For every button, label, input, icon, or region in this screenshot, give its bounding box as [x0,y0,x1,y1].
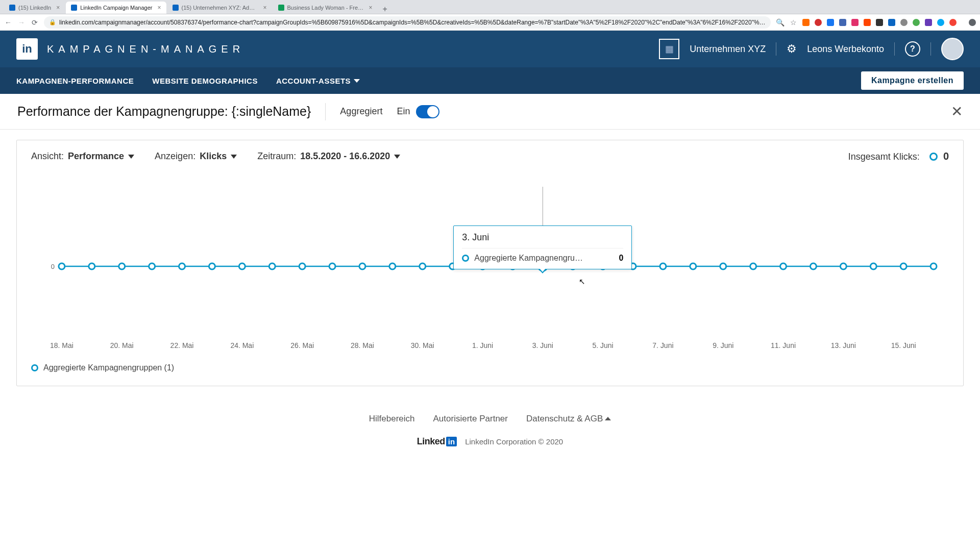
toggle-state-label: Ein [397,106,410,117]
svg-text:13. Juni: 13. Juni [831,341,856,349]
view-filter[interactable]: Ansicht: Performance [31,151,134,162]
chart-legend: Aggregierte Kampagnengruppen (1) [31,363,949,372]
svg-text:1. Juni: 1. Juni [472,341,493,349]
series-dot-icon [462,255,469,262]
svg-point-8 [239,263,245,269]
svg-point-11 [329,263,335,269]
forward-button[interactable]: → [17,18,26,27]
close-icon[interactable]: ✕ [951,103,963,120]
nav-item-assets[interactable]: ACCOUNT-ASSETS [276,77,360,85]
footer-link-help[interactable]: Hilfebereich [369,414,415,424]
svg-point-4 [119,263,125,269]
svg-text:20. Mai: 20. Mai [110,341,134,349]
account-name[interactable]: Leons Werbekonto [807,44,884,55]
chevron-down-icon [231,155,237,159]
close-icon[interactable]: × [158,4,161,11]
create-campaign-button[interactable]: Kampagne erstellen [861,71,964,90]
company-name[interactable]: Unternehmen XYZ [690,44,766,55]
svg-text:9. Juni: 9. Juni [713,341,733,349]
svg-text:15. Juni: 15. Juni [891,341,916,349]
chart-area[interactable]: 018. Mai20. Mai22. Mai24. Mai26. Mai28. … [31,167,949,356]
browser-tab[interactable]: LinkedIn Campaign Manager× [66,2,166,14]
nav-item-demographics[interactable]: WEBSITE DEMOGRAPHICS [152,77,258,85]
legend-series-label: Aggregierte Kampagnengruppen (1) [43,363,174,372]
nav-item-performance[interactable]: KAMPAGNEN-PERFORMANCE [16,77,134,85]
svg-point-29 [870,263,876,269]
footer-link-partners[interactable]: Autorisierte Partner [433,414,508,424]
svg-text:28. Mai: 28. Mai [351,341,374,349]
svg-text:26. Mai: 26. Mai [290,341,314,349]
svg-point-31 [930,263,937,269]
svg-point-12 [359,263,365,269]
series-dot-icon [929,153,938,161]
svg-point-27 [810,263,816,269]
svg-text:3. Juni: 3. Juni [532,341,553,349]
svg-text:11. Juni: 11. Juni [771,341,796,349]
svg-point-28 [840,263,846,269]
svg-point-13 [389,263,396,269]
svg-text:24. Mai: 24. Mai [230,341,254,349]
browser-tab[interactable]: (15) Unternehmen XYZ: Admin× [167,2,272,14]
browser-toolbar: ← → ⟳ 🔒 linkedin.com/campaignmanager/acc… [0,14,980,31]
page-title: Performance der Kampagnengruppe: {:singl… [17,104,311,119]
url-field[interactable]: 🔒 linkedin.com/campaignmanager/account/5… [44,16,771,29]
browser-tabbar: (15) LinkedIn× LinkedIn Campaign Manager… [0,0,980,14]
tooltip-series-name: Aggregierte Kampagnengru… [474,254,614,263]
browser-tab[interactable]: Business Lady Woman - Free p× [273,2,378,14]
svg-point-23 [690,263,696,269]
reload-button[interactable]: ⟳ [31,18,39,27]
total-clicks: Insgesamt Klicks: 0 [848,151,949,162]
new-tab-button[interactable]: + [379,5,391,14]
svg-point-24 [720,263,726,269]
svg-point-9 [269,263,275,269]
svg-point-7 [209,263,215,269]
chevron-down-icon [394,155,400,159]
copyright: LinkedIn Corporation © 2020 [465,437,563,446]
svg-text:18. Mai: 18. Mai [50,341,74,349]
chart-card: Ansicht: Performance Anzeigen: Klicks Ze… [16,140,964,386]
svg-point-25 [750,263,756,269]
svg-text:0: 0 [51,263,55,270]
period-filter[interactable]: Zeitraum: 18.5.2020 - 16.6.2020 [257,151,400,162]
tooltip-date: 3. Juni [462,232,623,243]
svg-point-2 [59,263,65,269]
app-title: KAMPAGNEN-MANAGER [47,43,244,55]
close-icon[interactable]: × [263,4,267,11]
svg-point-30 [900,263,906,269]
star-icon[interactable]: ☆ [789,18,797,27]
svg-text:7. Juni: 7. Juni [652,341,673,349]
svg-point-22 [660,263,666,269]
help-icon[interactable]: ? [905,41,920,57]
extensions [802,19,976,26]
tooltip-value: 0 [619,254,623,263]
avatar[interactable] [941,38,964,60]
svg-point-6 [179,263,185,269]
chart-tooltip: 3. Juni Aggregierte Kampagnengru… 0 [453,226,632,269]
close-icon[interactable]: × [369,4,373,11]
show-filter[interactable]: Anzeigen: Klicks [155,151,237,162]
back-button[interactable]: ← [4,18,12,27]
search-icon[interactable]: 🔍 [776,18,784,27]
svg-point-3 [89,263,95,269]
page-footer: Hilfebereich Autorisierte Partner Datens… [0,396,980,452]
svg-point-5 [149,263,155,269]
chevron-up-icon [605,417,611,420]
aggregate-label: Aggregiert [340,106,382,117]
svg-point-26 [780,263,787,269]
chevron-down-icon [128,155,134,159]
svg-text:22. Mai: 22. Mai [170,341,194,349]
settings-icon[interactable]: ⚙ [787,42,797,56]
browser-tab[interactable]: (15) LinkedIn× [4,2,65,14]
aggregate-toggle[interactable] [416,105,439,118]
svg-point-10 [299,263,305,269]
svg-point-14 [420,263,426,269]
linkedin-logo[interactable]: in [16,38,38,60]
close-icon[interactable]: × [56,4,60,11]
svg-text:5. Juni: 5. Juni [593,341,614,349]
company-logo[interactable]: ▦ [659,39,679,59]
series-dot-icon [31,364,38,371]
mouse-cursor: ↖ [579,277,585,286]
sub-header: Performance der Kampagnengruppe: {:singl… [0,94,980,130]
main-nav: KAMPAGNEN-PERFORMANCE WEBSITE DEMOGRAPHI… [0,67,980,94]
footer-link-privacy[interactable]: Datenschutz & AGB [526,414,611,424]
